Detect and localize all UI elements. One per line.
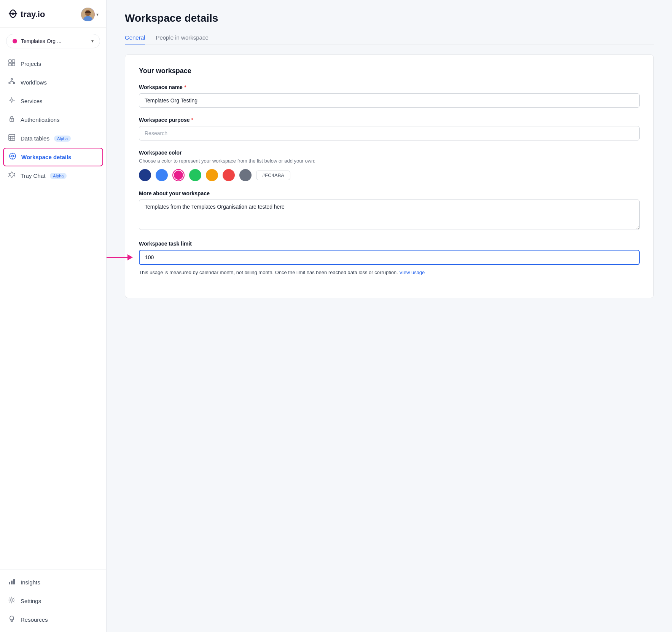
color-swatch-pink[interactable] [172,169,185,181]
svg-point-26 [12,155,14,157]
insights-icon [8,578,16,587]
svg-point-10 [13,82,15,84]
task-limit-input[interactable] [139,250,640,265]
color-hex-input[interactable]: #FC4ABA [256,171,290,180]
logo: tray.io [8,8,81,21]
workspace-purpose-input[interactable] [139,126,640,140]
sidebar-item-label: Settings [21,598,41,604]
workspace-color-label: Workspace color [139,150,640,156]
workspace-name-label: Workspace name * [139,84,640,90]
section-title: Your workspace [139,67,640,75]
sidebar-item-label: Projects [21,61,41,67]
settings-icon [8,596,16,606]
org-selector[interactable]: Templates Org ... ▾ [6,34,100,48]
color-swatch-blue[interactable] [156,169,168,181]
svg-rect-5 [12,60,15,62]
workflows-icon [8,78,16,87]
more-about-field: More about your workspace Templates from… [139,190,640,231]
color-swatches: #FC4ABA [139,169,640,181]
svg-point-20 [11,120,13,121]
sidebar-item-label: Workspace details [21,154,71,160]
svg-marker-31 [9,172,15,178]
color-swatch-red[interactable] [223,169,235,181]
task-limit-field: Workspace task limit This usage is measu… [139,241,640,276]
color-swatch-navy[interactable] [139,169,151,181]
sidebar-item-authentications[interactable]: Authentications [0,110,106,129]
org-dot [13,39,17,43]
workspace-purpose-field: Workspace purpose * [139,117,640,140]
logo-text: tray.io [21,10,45,19]
more-about-input[interactable]: Templates from the Templates Organisatio… [139,199,640,230]
sidebar-item-workspace-details[interactable]: Workspace details [3,148,103,166]
tab-general[interactable]: General [125,30,145,45]
color-swatch-orange[interactable] [206,169,218,181]
avatar-chevron-icon: ▾ [96,12,99,17]
main-content: Workspace details General People in work… [107,0,672,632]
main-nav: Projects Workflows [0,51,106,570]
svg-line-12 [10,81,12,82]
svg-rect-33 [11,581,13,584]
resources-icon [8,615,16,624]
workspace-form: Your workspace Workspace name * Workspac… [125,54,654,298]
alpha-badge: Alpha [50,173,67,179]
svg-line-13 [12,81,14,82]
sidebar-item-services[interactable]: Services [0,92,106,110]
sidebar-item-tray-chat[interactable]: Tray Chat Alpha [0,166,106,185]
sidebar-item-resources[interactable]: Resources [0,610,106,629]
sidebar-item-workflows[interactable]: Workflows [0,73,106,92]
sidebar-item-label: Resources [21,616,48,623]
svg-rect-7 [12,63,15,66]
workspace-purpose-label: Workspace purpose * [139,117,640,123]
sidebar-bottom: Insights Settings Resources [0,570,106,632]
svg-rect-32 [9,582,10,584]
svg-rect-4 [9,60,11,62]
services-icon [8,96,16,106]
sidebar-item-label: Tray Chat [21,172,45,179]
sidebar: tray.io ▾ Templates Org ... ▾ [0,0,107,632]
org-chevron-icon: ▾ [91,38,94,44]
org-name: Templates Org ... [21,38,88,44]
task-limit-label: Workspace task limit [139,241,640,247]
workspace-name-field: Workspace name * [139,84,640,108]
auth-icon [8,115,16,124]
tab-people[interactable]: People in workspace [156,30,208,45]
sidebar-item-insights[interactable]: Insights [0,573,106,592]
color-swatch-gray[interactable] [239,169,252,181]
svg-rect-6 [9,63,11,66]
avatar [81,8,95,21]
view-usage-link[interactable]: View usage [399,270,425,275]
page-header: Workspace details General People in work… [107,0,672,45]
chat-icon [8,171,16,180]
page-title: Workspace details [125,12,654,24]
usage-description: This usage is measured by calendar month… [139,269,640,276]
data-tables-icon [8,134,16,143]
workspace-name-input[interactable] [139,93,640,108]
sidebar-item-label: Services [21,98,43,104]
workspace-color-subtitle: Choose a color to represent your workspa… [139,158,640,164]
svg-point-35 [11,599,13,601]
sidebar-item-data-tables[interactable]: Data tables Alpha [0,129,106,148]
svg-point-8 [11,78,13,80]
svg-point-9 [9,82,10,84]
svg-point-36 [10,616,14,620]
sidebar-item-label: Insights [21,579,40,586]
required-indicator: * [184,84,186,90]
sidebar-item-projects[interactable]: Projects [0,54,106,73]
svg-rect-34 [13,579,15,584]
svg-rect-21 [9,134,15,140]
sidebar-item-label: Workflows [21,79,47,86]
user-avatar-button[interactable]: ▾ [81,8,99,21]
alpha-badge: Alpha [54,136,71,142]
workspace-icon [8,152,17,162]
svg-point-0 [12,13,14,15]
color-swatch-green[interactable] [189,169,201,181]
logo-icon [8,8,18,21]
sidebar-item-label: Data tables [21,135,49,142]
more-about-label: More about your workspace [139,190,640,196]
workspace-color-section: Workspace color Choose a color to repres… [139,150,640,181]
svg-point-14 [11,99,13,101]
tabs: General People in workspace [125,30,654,45]
required-indicator: * [191,117,193,123]
sidebar-item-label: Authentications [21,117,60,123]
sidebar-item-settings[interactable]: Settings [0,592,106,610]
